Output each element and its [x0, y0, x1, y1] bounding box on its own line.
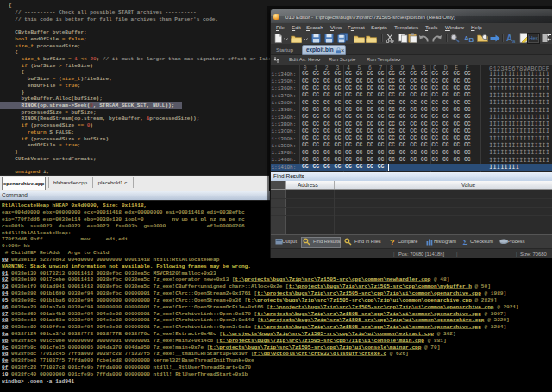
svg-text:B: B [469, 36, 474, 43]
svg-text:?: ? [390, 238, 395, 246]
svg-text:a: a [512, 39, 516, 43]
svg-text:Σ: Σ [463, 238, 468, 246]
